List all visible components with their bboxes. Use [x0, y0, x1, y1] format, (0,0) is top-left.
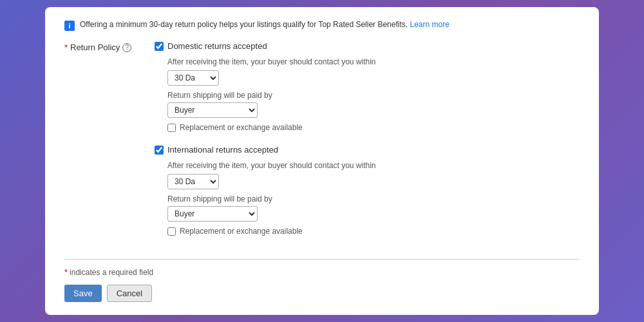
domestic-exchange-label[interactable]: Replacement or exchange available	[180, 123, 303, 132]
help-icon[interactable]: ?	[122, 43, 131, 52]
domestic-checkbox-label[interactable]: Domestic returns accepted	[167, 41, 267, 51]
info-text: Offering a minimum 30-day return policy …	[80, 20, 450, 29]
cancel-button[interactable]: Cancel	[107, 285, 152, 302]
domestic-checkbox[interactable]	[155, 42, 164, 51]
content-column: Domestic returns accepted After receivin…	[155, 41, 580, 249]
learn-more-link[interactable]: Learn more	[410, 20, 449, 29]
required-note-text: indicates a required field	[70, 268, 153, 277]
international-exchange-label[interactable]: Replacement or exchange available	[180, 227, 303, 236]
international-checkbox-label[interactable]: International returns accepted	[167, 145, 278, 155]
footer-divider	[64, 259, 580, 260]
domestic-checkbox-row: Domestic returns accepted	[155, 41, 580, 51]
domestic-shipping-label: Return shipping will be paid by	[167, 91, 580, 100]
international-checkbox-row: International returns accepted	[155, 145, 580, 155]
button-row: Save Cancel	[64, 285, 580, 302]
domestic-contact-within-label: After receiving the item, your buyer sho…	[167, 57, 580, 66]
international-exchange-row: Replacement or exchange available	[167, 227, 580, 236]
label-column: * Return Policy ?	[64, 41, 155, 249]
international-checkbox[interactable]	[155, 146, 164, 155]
footer-required-star: *	[64, 267, 68, 277]
international-sub-section: After receiving the item, your buyer sho…	[155, 161, 580, 236]
label-text: Return Policy	[70, 43, 120, 52]
international-section: International returns accepted After rec…	[155, 145, 580, 236]
domestic-shipping-select[interactable]: Buyer Seller Free Returns	[167, 102, 258, 118]
main-row: * Return Policy ? Domestic returns accep…	[64, 41, 580, 249]
international-exchange-checkbox[interactable]	[167, 227, 176, 236]
required-note: * indicates a required field	[64, 267, 580, 277]
international-shipping-label: Return shipping will be paid by	[167, 194, 580, 204]
save-button[interactable]: Save	[64, 285, 102, 302]
return-policy-label: * Return Policy ?	[64, 43, 155, 52]
domestic-exchange-row: Replacement or exchange available	[167, 123, 580, 132]
domestic-exchange-checkbox[interactable]	[167, 124, 176, 132]
domestic-section: Domestic returns accepted After receivin…	[155, 41, 580, 132]
international-contact-within-label: After receiving the item, your buyer sho…	[167, 161, 580, 170]
info-icon: i	[64, 21, 75, 31]
domestic-sub-section: After receiving the item, your buyer sho…	[155, 57, 580, 132]
info-banner: i Offering a minimum 30-day return polic…	[64, 20, 580, 31]
international-days-select[interactable]: 30 Days 14 Days 7 Days 60 Days	[167, 174, 219, 189]
international-shipping-select[interactable]: Buyer Seller Free Returns	[167, 206, 258, 222]
required-star: *	[64, 43, 68, 52]
settings-card: i Offering a minimum 30-day return polic…	[45, 7, 599, 315]
domestic-days-select[interactable]: 30 Days 14 Days 7 Days 60 Days	[167, 70, 219, 86]
